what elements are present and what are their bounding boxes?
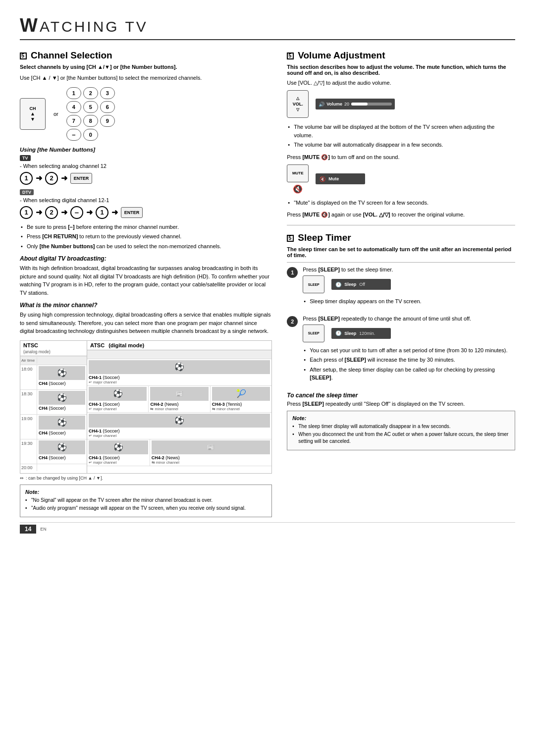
dtv-seq-num-3: 1 [96, 206, 108, 219]
atsc-img-1830-soccer: ⚽ [89, 387, 147, 401]
ntsc-prog-1830: ⚽ CH4 (Soccer) [37, 390, 87, 414]
atsc-row-1930: ⚽ CH4-1 (Soccer) ↵ major channel 📰 CH4-2… [87, 439, 271, 466]
atsc-name-1900-soccer: CH4-1 (Soccer) [89, 429, 270, 433]
prog-name-soccer4: CH4 (Soccer) [39, 455, 85, 460]
atsc-name-1830-news: CH4-2 (News) [150, 402, 208, 407]
page-header: WATCHING TV [20, 15, 515, 40]
step-1-number: 1 [287, 267, 298, 278]
sleep-bar-label-2: Sleep [344, 331, 356, 336]
mute-label: MUTE [292, 171, 304, 175]
atsc-img-1930-news: 📰 [152, 440, 270, 454]
minor-channel-text: By using high compression technology, di… [20, 311, 272, 335]
mute-icon-below: 🔇 [293, 184, 303, 194]
can-changed-text: : can be changed by using [CH ▲ / ▼]. [26, 476, 103, 481]
sleep-bar-2: 🕐 Sleep 120min. [331, 328, 391, 339]
sleep-remote-label-2: SLEEP [308, 331, 320, 335]
mute-bar-label: Mute [328, 176, 339, 181]
atsc-prog-1930-ch41: ⚽ CH4-1 (Soccer) ↵ major channel [87, 439, 150, 466]
num-btn-8: 8 [83, 115, 98, 127]
step-2-bullets: You can set your unit to turn off after … [303, 346, 515, 382]
sleep-subtitle: The sleep timer can be set to automatica… [287, 246, 515, 258]
use-vol-text: Use [VOL. △/▽] to adjust the audio volum… [287, 80, 515, 86]
air-time-row: Air time [20, 356, 87, 365]
channel-selection-subtitle: Select channels by using [CH ▲/▼] or [th… [20, 64, 272, 70]
page-footer: 14 EN [20, 522, 515, 534]
atsc-air-row [87, 350, 271, 359]
vol-up-arrow: △ [296, 96, 299, 101]
dtv-badge: DTV [20, 189, 34, 195]
vol-speaker-icon: 🔊 [319, 102, 324, 107]
atsc-name-1800-soccer: CH4-1 (Soccer) [89, 375, 270, 380]
sleep-note-box: Note: •The sleep timer display will auto… [287, 411, 515, 450]
bullet-2: Press [CH RETURN] to return to the previ… [20, 232, 272, 241]
time-1830: 18:30 [20, 390, 37, 414]
sleep-note-item-1: •The sleep timer display will automatica… [292, 423, 510, 430]
step-2-content: Press [SLEEP] repeatedly to change the a… [303, 316, 515, 387]
num-btn-6: 6 [100, 101, 115, 113]
atsc-prog-1800-ch41: ⚽ CH4-1 (Soccer) ↵ major channel [87, 359, 271, 385]
ch-label: CH [30, 106, 36, 111]
num-btn-4: 4 [66, 101, 81, 113]
atsc-img-1830-tennis: 🎾 [212, 387, 270, 401]
sleep-title: Sleep Timer [287, 232, 515, 243]
air-time-label: Air time [20, 357, 37, 364]
prog-name-soccer3: CH4 (Soccer) [39, 431, 85, 435]
atsc-prog-1830-ch43: 🎾 CH4-3 (Tennis) ⇆ minor channel [211, 386, 271, 412]
can-changed-note: ⇔ : can be changed by using [CH ▲ / ▼]. [20, 476, 272, 481]
atsc-row-1800: ⚽ CH4-1 (Soccer) ↵ major channel [87, 359, 271, 386]
step-2-bullet-2: Each press of [SLEEP] will increase the … [303, 356, 515, 364]
ntsc-prog-1900: ⚽ CH4 (Soccer) [37, 415, 87, 439]
prog-img-soccer3: ⚽ [39, 416, 85, 430]
tv-note: - When selecting analog channel 12 [20, 163, 272, 169]
major-channel-1830: ↵ major channel [89, 407, 147, 411]
main-content: Channel Selection Select channels by usi… [20, 50, 515, 517]
sleep-bar-clock-icon-1: 🕐 [335, 282, 341, 287]
time-1900: 19:00 [20, 415, 37, 439]
ntsc-row-1900: 19:00 ⚽ CH4 (Soccer) [20, 415, 87, 439]
time-1800: 18:00 [20, 365, 37, 389]
ntsc-header: NTSC (analog mode) [20, 341, 87, 356]
num-btn-0: 0 [83, 129, 98, 141]
mute-display: MUTE 🔇 🔇 Mute [287, 164, 515, 194]
step-1-content: Press [SLEEP] to set the sleep timer. SL… [303, 267, 515, 311]
mute-remote-button: MUTE [287, 164, 309, 182]
ntsc-mode: (analog mode) [23, 349, 51, 354]
num-btn-9: 9 [100, 115, 115, 127]
step-2-bullet-3: After setup, the sleep timer display can… [303, 366, 515, 382]
minor-channel-1830b: ⇆ minor channel [212, 407, 270, 411]
ntsc-row-1800: 18:00 ⚽ CH4 (Soccer) [20, 365, 87, 390]
vol-bar-label: Volume [326, 102, 342, 107]
vol-label: VOL. [293, 102, 303, 107]
ntsc-title: NTSC [23, 342, 38, 348]
sleep-note-item-2: •When you disconnect the unit from the A… [292, 431, 510, 445]
using-num-title: Using [the Number buttons] [20, 147, 272, 153]
atsc-img-1800-soccer: ⚽ [89, 360, 270, 374]
dtv-enter-button: ENTER [121, 207, 143, 218]
minor-channel-title: What is the minor channel? [20, 302, 272, 309]
major-channel-1800: ↵ major channel [89, 380, 270, 384]
channel-selection-label: Channel Selection [31, 50, 112, 61]
mute-note-list: "Mute" is displayed on the TV screen for… [287, 199, 515, 207]
atsc-name-1930-soccer: CH4-1 (Soccer) [89, 455, 148, 460]
atsc-row-1830: ⚽ CH4-1 (Soccer) ↵ major channel 📰 CH4-2… [87, 386, 271, 413]
atsc-column: ATSC (digital mode) ⚽ CH4-1 (Soccer) [87, 341, 271, 473]
num-btn-dash: – [66, 129, 81, 141]
number-grid: 1 2 3 4 5 6 7 8 9 – 0 [66, 87, 115, 141]
atsc-mode: (digital mode) [108, 342, 144, 348]
enter-button: ENTER [70, 173, 92, 184]
mute-area: MUTE 🔇 [287, 164, 309, 194]
num-btn-3: 3 [100, 87, 115, 99]
page-number: 14 [20, 525, 36, 534]
vol-down-arrow: ▽ [296, 108, 299, 112]
atsc-prog-1830-ch41: ⚽ CH4-1 (Soccer) ↵ major channel [87, 386, 149, 412]
bullet-3: Only [the Number buttons] can be used to… [20, 242, 272, 251]
time-1930: 19:30 [20, 439, 37, 464]
sleep-title-label: Sleep Timer [298, 232, 351, 243]
volume-title-label: Volume Adjustment [298, 50, 385, 61]
page-title: WATCHING TV [20, 15, 515, 36]
sleep-display-2: SLEEP 🕐 Sleep 120min. [303, 324, 515, 342]
major-channel-1930: ↵ major channel [89, 460, 148, 465]
dtv-channel-seq: 1 ➜ 2 ➜ – ➜ 1 ➜ ENTER [20, 206, 272, 219]
sleep-step-2: 2 Press [SLEEP] repeatedly to change the… [287, 316, 515, 387]
atsc-prog-1830-ch42: 📰 CH4-2 (News) ⇆ minor channel [149, 386, 210, 412]
